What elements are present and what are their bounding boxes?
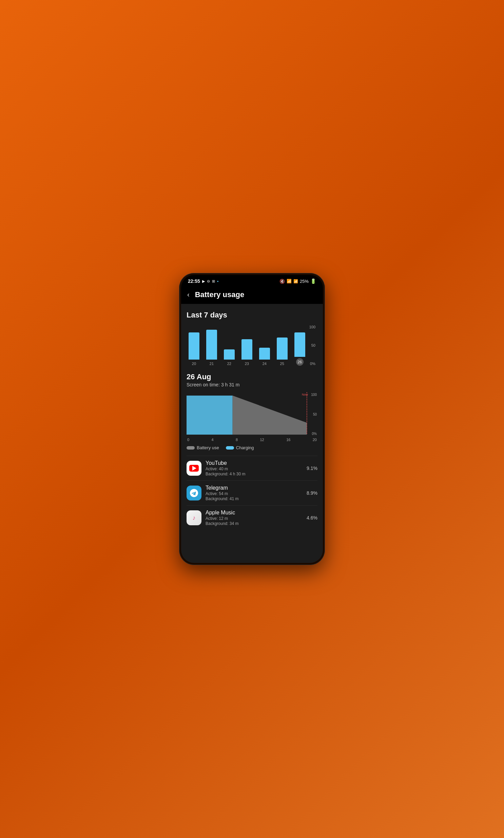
battery-percent: 25%	[300, 279, 309, 284]
svg-marker-1	[233, 396, 307, 434]
screen-on-time: Screen on time: 3 h 31 m	[186, 382, 318, 388]
youtube-active: Active: 40 m	[205, 466, 303, 471]
bar	[294, 332, 305, 357]
chart-legend: Battery use Charging	[186, 445, 318, 450]
seven-day-title: Last 7 days	[186, 311, 318, 320]
y-50: 50	[311, 413, 317, 416]
bar-column: 21	[204, 325, 219, 366]
signal-icon: 📶	[293, 279, 298, 284]
bar-column: 22	[222, 325, 237, 366]
day-title: 26 Aug	[186, 373, 318, 381]
bar-label: 24	[263, 362, 267, 366]
bar	[206, 330, 217, 360]
y-100: 100	[311, 393, 317, 397]
bar-chart: 20212223242526	[186, 325, 307, 366]
bar	[241, 339, 252, 360]
back-button[interactable]: ‹	[184, 289, 192, 300]
bar-column: 20	[186, 325, 201, 366]
status-time: 22:55	[188, 278, 200, 284]
svg-marker-0	[186, 396, 233, 434]
phone-screen: 22:55 ▶ ⊖ ⊞ ● 🔇 📶 📶 25% 🔋 ‹ Battery usag…	[181, 275, 323, 563]
bar	[188, 332, 199, 360]
bar-label: 21	[210, 362, 214, 366]
app-list: YouTube Active: 40 m Background: 4 h 30 …	[186, 456, 318, 530]
bar-label-selected: 26	[296, 358, 304, 366]
time-16: 16	[286, 438, 290, 442]
bar	[259, 348, 270, 360]
legend-charging: Charging	[226, 445, 254, 450]
youtube-triangle	[192, 466, 196, 471]
main-content: Last 7 days 20212223242526 100 50 0% 26 …	[181, 304, 323, 563]
battery-y-axis: 100 50 0%	[311, 392, 317, 436]
apple-music-percent: 4.6%	[307, 515, 318, 520]
legend-blue-dot	[226, 446, 234, 449]
bar-label: 20	[192, 362, 196, 366]
page-title: Battery usage	[195, 290, 245, 299]
bar-label: 25	[280, 362, 284, 366]
apple-music-active: Active: 12 m	[205, 516, 303, 521]
bar-column: 24	[257, 325, 272, 366]
time-x-labels: 0 4 8 12 16 20	[186, 438, 318, 442]
telegram-percent: 8.9%	[307, 490, 318, 496]
bar-y-axis: 100 50 0%	[307, 325, 318, 366]
list-item[interactable]: ♪ Apple Music Active: 12 m Background: 3…	[186, 505, 318, 530]
apple-music-name: Apple Music	[205, 510, 303, 516]
day-section: 26 Aug Screen on time: 3 h 31 m Now 100	[186, 373, 318, 450]
dot-icon: ●	[217, 280, 219, 283]
battery-icon: 🔋	[310, 278, 316, 284]
status-left: 22:55 ▶ ⊖ ⊞ ●	[188, 278, 219, 284]
screen-record-icon: ⊞	[212, 279, 215, 284]
telegram-info: Telegram Active: 54 m Background: 41 m	[205, 485, 303, 501]
list-item[interactable]: YouTube Active: 40 m Background: 4 h 30 …	[186, 456, 318, 480]
apple-music-background: Background: 34 m	[205, 521, 303, 526]
bar-column: 25	[275, 325, 290, 366]
apple-music-svg: ♪	[190, 513, 198, 522]
media-icon: ▶	[202, 279, 205, 284]
apple-music-icon: ♪	[186, 510, 201, 525]
battery-svg	[186, 392, 318, 436]
telegram-svg	[189, 488, 199, 498]
seven-day-section: Last 7 days 20212223242526 100 50 0%	[186, 311, 318, 366]
bar-chart-wrapper: 20212223242526 100 50 0%	[186, 325, 318, 366]
time-8: 8	[236, 438, 238, 442]
legend-charging-label: Charging	[236, 445, 254, 450]
telegram-background: Background: 41 m	[205, 496, 303, 501]
status-bar: 22:55 ▶ ⊖ ⊞ ● 🔇 📶 📶 25% 🔋	[181, 275, 323, 286]
youtube-name: YouTube	[205, 460, 303, 466]
time-12: 12	[260, 438, 264, 442]
bar-column: 23	[239, 325, 254, 366]
legend-gray-dot	[186, 446, 195, 449]
youtube-play-icon	[189, 465, 199, 472]
y-label-50: 50	[309, 343, 316, 347]
time-0: 0	[187, 438, 189, 442]
header: ‹ Battery usage	[181, 286, 323, 304]
now-label: Now	[302, 393, 308, 396]
battery-timeline-chart: Now 100 50 0%	[186, 392, 318, 436]
list-item[interactable]: Telegram Active: 54 m Background: 41 m 8…	[186, 480, 318, 505]
youtube-icon	[186, 461, 201, 476]
bar-label: 22	[227, 362, 231, 366]
bar	[277, 338, 288, 360]
bar	[224, 349, 235, 360]
mute-icon: 🔇	[280, 279, 285, 284]
time-20: 20	[313, 438, 317, 442]
bar-column: 26	[292, 325, 307, 366]
y-label-100: 100	[309, 325, 316, 329]
wifi-icon: 📶	[287, 279, 292, 284]
youtube-background: Background: 4 h 30 m	[205, 472, 303, 476]
telegram-icon	[186, 485, 201, 500]
youtube-info: YouTube Active: 40 m Background: 4 h 30 …	[205, 460, 303, 476]
bar-label: 23	[245, 362, 249, 366]
youtube-percent: 9.1%	[307, 465, 318, 471]
dnd-icon: ⊖	[207, 279, 210, 284]
status-right: 🔇 📶 📶 25% 🔋	[280, 278, 316, 284]
time-4: 4	[212, 438, 214, 442]
legend-battery-use: Battery use	[186, 445, 219, 450]
legend-battery-label: Battery use	[197, 445, 219, 450]
telegram-active: Active: 54 m	[205, 491, 303, 496]
telegram-name: Telegram	[205, 485, 303, 491]
phone-frame: 22:55 ▶ ⊖ ⊞ ● 🔇 📶 📶 25% 🔋 ‹ Battery usag…	[179, 273, 325, 565]
svg-text:♪: ♪	[193, 514, 196, 521]
apple-music-info: Apple Music Active: 12 m Background: 34 …	[205, 510, 303, 526]
y-label-0: 0%	[309, 362, 316, 366]
